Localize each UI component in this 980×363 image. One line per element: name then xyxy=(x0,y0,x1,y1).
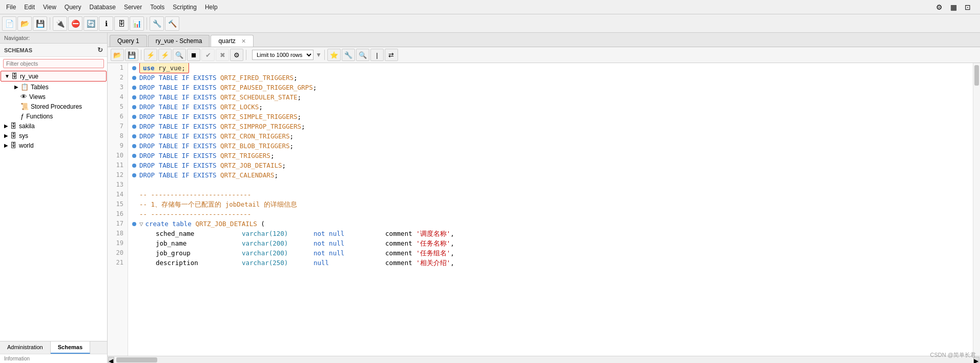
schema-world[interactable]: ▶ 🗄 world xyxy=(0,140,107,150)
toolbar-table-btn[interactable]: 📊 xyxy=(130,16,144,31)
schema-sakila[interactable]: ▶ 🗄 sakila xyxy=(0,121,107,131)
tname-9: QRTZ_BLOB_TRIGGERS xyxy=(220,141,289,151)
scroll-left-btn[interactable]: ◀ xyxy=(108,357,114,363)
toolbar-misc1-btn[interactable]: 🔧 xyxy=(150,16,164,31)
menu-query[interactable]: Query xyxy=(60,2,86,13)
menu-scripting[interactable]: Scripting xyxy=(169,2,201,13)
tree-tables[interactable]: ▶ 📋 Tables xyxy=(0,82,107,92)
line-num-13: 13 xyxy=(112,180,123,190)
toolbar-disconnect-btn[interactable]: ⛔ xyxy=(68,16,82,31)
watermark: CSDN @简单长君 xyxy=(930,351,976,359)
menu-file[interactable]: File xyxy=(2,2,20,13)
fold-arrow-17[interactable]: ▽ xyxy=(139,219,143,229)
scrollbar-thumb[interactable] xyxy=(974,65,979,86)
query-tab-ry-vue-schema[interactable]: ry_vue - Schema xyxy=(148,35,210,47)
line-num-14: 14 xyxy=(112,190,123,199)
views-label: Views xyxy=(29,93,46,100)
ry-vue-schema-tab-label: ry_vue - Schema xyxy=(156,37,202,45)
col-job-group: job_group xyxy=(139,248,242,258)
world-arrow-icon: ▶ xyxy=(2,143,10,148)
menu-view[interactable]: View xyxy=(39,2,60,13)
toolbar-new-btn[interactable]: 📄 xyxy=(2,16,16,31)
ed-stop-btn[interactable]: ⏹ xyxy=(187,49,200,61)
menu-database[interactable]: Database xyxy=(86,2,120,13)
drop-kw-11: DROP TABLE IF EXISTS xyxy=(139,160,217,170)
filter-objects-input[interactable] xyxy=(3,59,104,68)
query-tab-1[interactable]: Query 1 xyxy=(110,35,147,47)
toolbar-save-btn[interactable]: 💾 xyxy=(33,16,47,31)
dot-7 xyxy=(132,125,136,129)
tree-views[interactable]: 👁 Views xyxy=(0,92,107,102)
tname-6: QRTZ_SIMPLE_TRIGGERS xyxy=(220,112,298,122)
h-scroll-thumb[interactable] xyxy=(116,357,157,362)
main-layout: Navigator: SCHEMAS ↻ ▼ 🗄 ry_vue ▶ 📋 Tabl… xyxy=(0,33,980,363)
ed-execute-sel-btn[interactable]: ⚡ xyxy=(158,49,172,61)
dot-13 xyxy=(132,183,136,187)
ed-bookmark-btn[interactable]: ⭐ xyxy=(327,49,341,61)
expand-icon[interactable]: ⊡ xyxy=(962,1,974,13)
query-tabs: Query 1 ry_vue - Schema quartz ✕ xyxy=(108,33,980,47)
line-num-9: 9 xyxy=(112,141,123,151)
query-tab-quartz[interactable]: quartz ✕ xyxy=(211,35,254,47)
content-area: Query 1 ry_vue - Schema quartz ✕ 📂 💾 ⚡ ⚡… xyxy=(108,33,980,363)
ed-save-btn[interactable]: 💾 xyxy=(125,49,138,61)
code-line-20: job_group varchar(200) not null comment … xyxy=(132,248,969,258)
code-content[interactable]: use ry_vue; DROP TABLE IF EXISTS QRTZ_FI… xyxy=(128,63,973,356)
col-description-null: null xyxy=(314,258,365,268)
menu-edit[interactable]: Edit xyxy=(20,2,39,13)
menu-server[interactable]: Server xyxy=(120,2,146,13)
ed-format-btn[interactable]: 🔧 xyxy=(342,49,355,61)
line-num-3: 3 xyxy=(112,83,123,92)
comment-16: -- -------------------------- xyxy=(139,209,251,219)
ed-rollback-btn[interactable]: ✖ xyxy=(216,49,229,61)
toolbar-schema-btn[interactable]: 🗄 xyxy=(114,16,129,31)
menu-help[interactable]: Help xyxy=(201,2,222,13)
col-sched-type: varchar(120) xyxy=(242,229,314,238)
settings-icon[interactable]: ⚙ xyxy=(933,1,945,13)
tab-administration[interactable]: Administration xyxy=(0,341,51,354)
ed-commit-btn[interactable]: ✔ xyxy=(201,49,215,61)
drop-kw-10: DROP TABLE IF EXISTS xyxy=(139,151,217,160)
toolbar-refresh-btn[interactable]: 🔄 xyxy=(84,16,98,31)
toolbar-misc2-btn[interactable]: 🔨 xyxy=(165,16,179,31)
limit-rows-select[interactable]: Limit to 1000 rows Don't Limit Limit to … xyxy=(252,50,314,60)
sakila-label: sakila xyxy=(19,123,35,130)
ed-col-btn[interactable]: | xyxy=(370,49,384,61)
ed-explain-btn[interactable]: 🔍 xyxy=(173,49,186,61)
tname-12: QRTZ_CALENDARS xyxy=(220,170,274,180)
drop-kw-4: DROP TABLE IF EXISTS xyxy=(139,92,217,102)
line-num-2: 2 xyxy=(112,73,123,83)
ed-wrap-btn[interactable]: ⇄ xyxy=(385,49,398,61)
line-num-7: 7 xyxy=(112,122,123,131)
close-quartz-tab-icon[interactable]: ✕ xyxy=(241,38,246,44)
limit-select-container: Limit to 1000 rows Don't Limit Limit to … xyxy=(252,50,322,60)
tab-schemas[interactable]: Schemas xyxy=(51,341,90,354)
code-editor[interactable]: 1 2 3 4 5 6 7 8 9 10 11 12 13 14 15 16 1… xyxy=(108,63,980,356)
toolbar-open-btn[interactable]: 📂 xyxy=(17,16,32,31)
horizontal-scrollbar[interactable]: ◀ ▶ xyxy=(108,356,980,363)
menu-tools[interactable]: Tools xyxy=(146,2,169,13)
stored-procedures-label: Stored Procedures xyxy=(31,103,82,110)
ed-toggle-btn[interactable]: ⚙ xyxy=(230,49,243,61)
tree-stored-procedures[interactable]: 📜 Stored Procedures xyxy=(0,102,107,111)
dot-15 xyxy=(132,203,136,207)
scroll-track[interactable] xyxy=(116,357,972,363)
code-line-1: use ry_vue; xyxy=(132,63,969,73)
schema-sys[interactable]: ▶ 🗄 sys xyxy=(0,131,107,140)
ed-open-btn[interactable]: 📂 xyxy=(111,49,124,61)
toolbar-connect-btn[interactable]: 🔌 xyxy=(53,16,67,31)
line-num-6: 6 xyxy=(112,112,123,122)
vertical-scrollbar[interactable] xyxy=(973,63,980,356)
ed-execute-btn[interactable]: ⚡ xyxy=(144,49,157,61)
tree-functions[interactable]: ƒ Functions xyxy=(0,111,107,121)
col-description-comment-val: '相关介绍' xyxy=(416,258,450,268)
toolbar-info-btn[interactable]: ℹ xyxy=(99,16,113,31)
schemas-refresh-icon[interactable]: ↻ xyxy=(97,46,103,54)
schemas-label: SCHEMAS xyxy=(4,47,32,53)
layout-icon[interactable]: ▦ xyxy=(947,1,960,13)
code-line-18: sched_name varchar(120) not null comment… xyxy=(132,229,969,238)
sep2 xyxy=(147,17,147,30)
ed-search-btn[interactable]: 🔍 xyxy=(356,49,369,61)
schema-ry-vue[interactable]: ▼ 🗄 ry_vue xyxy=(1,71,107,82)
col-job-group-comment-kw: comment xyxy=(385,248,412,258)
